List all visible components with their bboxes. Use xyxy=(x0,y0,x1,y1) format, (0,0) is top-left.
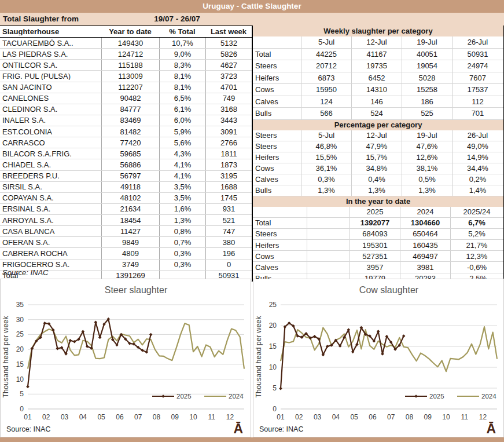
row-label-cell: Cows xyxy=(253,86,301,93)
row-label-cell: SAN JACINTO xyxy=(0,83,101,91)
value-cell: 0,3% xyxy=(159,248,205,258)
row-label-cell: ERSINAL S.A. xyxy=(0,205,101,213)
value-cell: 21634 xyxy=(101,204,159,214)
value-cell: 0,3% xyxy=(301,174,351,185)
x-tick-label: 11 xyxy=(208,413,216,421)
y-tick-label: 15 xyxy=(269,342,277,350)
value-cell: 149430 xyxy=(101,38,159,48)
chart-source: Source: INAC xyxy=(259,425,303,433)
row-label-cell: Cows xyxy=(253,253,307,260)
table-row: BREEDERS P.U.567974,1%3195 xyxy=(0,171,252,182)
value-cell: 9849 xyxy=(101,237,159,247)
value-cell xyxy=(307,251,350,261)
x-tick-label: 03 xyxy=(314,413,322,421)
row-label-cell: Steers xyxy=(253,143,301,150)
value-cell xyxy=(307,240,350,250)
row-label-cell: Calves xyxy=(253,176,301,183)
table-row: BILACOR S.A.FRIG.596854,3%1811 xyxy=(0,148,252,159)
period-label: Total Slaughter from xyxy=(3,13,79,25)
legend-marker xyxy=(414,394,418,398)
value-cell: 3,5% xyxy=(159,182,205,192)
table-row: INALER S.A.834696,0%3443 xyxy=(0,115,252,126)
series-line-2024 xyxy=(281,327,497,371)
value-cell: 521 xyxy=(205,215,252,225)
value-cell: 21,7% xyxy=(450,240,503,250)
table-row: ERSINAL S.A.216341,6%931 xyxy=(0,204,252,215)
value-cell: 36,1% xyxy=(301,163,351,174)
value-cell: 113009 xyxy=(101,71,159,81)
row-label-cell: Total xyxy=(253,50,301,58)
value-cell: 112207 xyxy=(101,82,159,93)
row-label-cell: Heifers xyxy=(253,74,301,82)
table-row: Steers6840936504645,2% xyxy=(253,229,503,240)
value-cell: 4627 xyxy=(205,60,252,70)
value-cell: 77420 xyxy=(101,137,159,148)
value-cell: 0,7% xyxy=(159,237,205,247)
value-cell: 0 xyxy=(205,260,252,270)
value-cell: 15950 xyxy=(301,84,351,96)
x-tick-label: 04 xyxy=(332,413,340,421)
value-cell: 124712 xyxy=(101,49,159,59)
value-cell: 7607 xyxy=(452,72,503,84)
legend-label: 2024 xyxy=(229,393,244,400)
value-cell: 14310 xyxy=(351,84,402,96)
value-cell: 3168 xyxy=(205,104,252,115)
value-cell: 50931 xyxy=(452,49,503,60)
slaughterhouse-rows: TACUAREMBÓ S.A..14943010,7%5132LAS PIEDR… xyxy=(0,38,252,271)
x-tick-label: 07 xyxy=(387,413,395,421)
value-cell: 19054 xyxy=(402,60,452,72)
value-cell: 49,0% xyxy=(452,141,503,152)
value-cell: 6,0% xyxy=(159,115,205,126)
value-cell: Year to date xyxy=(101,26,159,37)
value-cell: 26-Jul xyxy=(452,130,503,141)
value-cell: 47,6% xyxy=(402,141,452,152)
value-cell: 525 xyxy=(402,108,452,119)
value-cell: 3091 xyxy=(205,126,252,137)
table-row: SAN JACINTO1122078,1%4701 xyxy=(0,82,252,93)
value-cell: 8,3% xyxy=(159,60,205,70)
value-cell: 14,9% xyxy=(452,152,503,163)
value-cell: 56797 xyxy=(101,171,159,181)
value-cell: 115188 xyxy=(101,60,159,70)
value-cell: 1688 xyxy=(205,182,252,192)
row-label-cell: LAS PIEDRAS S.A. xyxy=(0,50,101,58)
value-cell: 469497 xyxy=(400,251,450,261)
row-label-cell: SIRSIL S.A. xyxy=(0,183,101,191)
value-cell: 34,4% xyxy=(452,163,503,174)
y-tick-label: 5 xyxy=(20,390,24,398)
y-tick-label: 10 xyxy=(16,375,24,383)
value-cell: 56886 xyxy=(101,159,159,170)
row-label-cell: Cows xyxy=(253,165,301,172)
series-marker xyxy=(149,333,153,337)
table-row: Calves0,3%0,4%0,5%0,2% xyxy=(253,174,503,185)
legend-label: 2024 xyxy=(481,393,496,400)
value-cell: 650464 xyxy=(400,229,450,239)
value-cell: 5132 xyxy=(205,38,252,48)
value-cell: 5-Jul xyxy=(301,36,351,48)
value-cell: 1392077 xyxy=(350,218,400,228)
value-cell: 12,3% xyxy=(450,251,503,261)
table-row: Total44225411674005150931 xyxy=(253,49,503,61)
table-row: ONTILCOR S.A.1151888,3%4627 xyxy=(0,60,252,71)
value-cell: 527351 xyxy=(350,251,400,261)
row-label-cell: Steers xyxy=(253,230,307,238)
brand-logo: Ā xyxy=(486,422,496,436)
value-cell: 90482 xyxy=(101,93,159,104)
value-cell: 12-Jul xyxy=(351,130,402,141)
table-row: Heifers15,5%15,7%12,6%14,9% xyxy=(253,152,503,163)
table-row: SIRSIL S.A.491183,5%1688 xyxy=(0,182,252,193)
series-marker xyxy=(98,336,102,339)
table-header-row: SlaughterhouseYear to date% TotalLast we… xyxy=(0,25,252,38)
value-cell: 196 xyxy=(205,248,252,258)
series-marker xyxy=(94,321,98,324)
brand-logo: Ā xyxy=(233,422,243,436)
value-cell: 0,3% xyxy=(159,260,205,270)
value-cell: 1,3% xyxy=(159,215,205,225)
row-label-cell: Heifers xyxy=(253,154,301,161)
table-row: CABRERA ROCHA48090,3%196 xyxy=(0,248,252,259)
value-cell: 701 xyxy=(452,108,503,119)
value-cell: 19-Jul xyxy=(402,130,452,141)
series-marker xyxy=(381,352,384,356)
value-cell: 1,3% xyxy=(402,185,452,196)
percentage-table-title: Percentage per category xyxy=(253,120,503,130)
